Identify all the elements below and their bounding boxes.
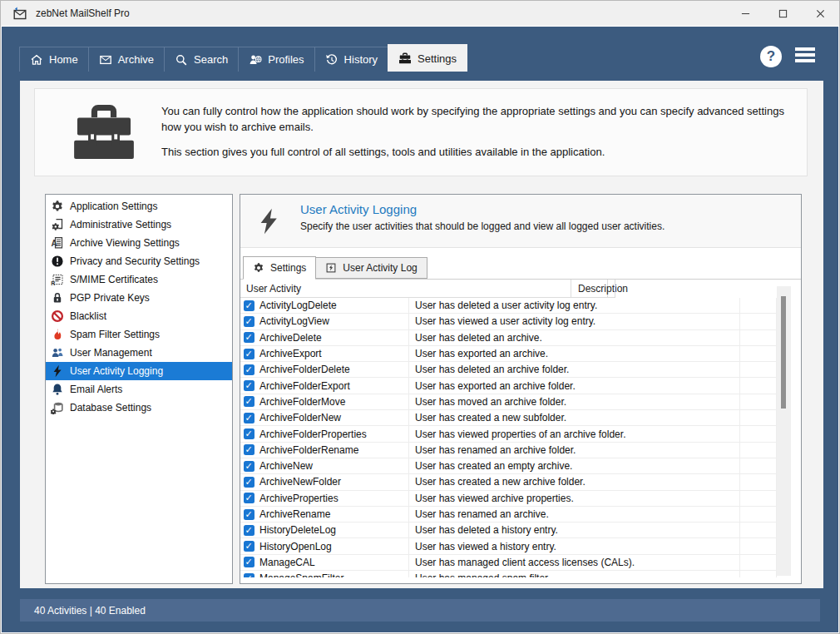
activity-checkbox[interactable] [244,364,254,375]
vertical-scrollbar[interactable] [777,286,791,576]
table-row[interactable]: ArchiveDelete User has deleted an archiv… [240,330,801,346]
intro-line-1: You can fully control how the applicatio… [161,104,790,136]
sidebar-item[interactable]: Privacy and Security Settings [46,252,232,270]
sidebar-item[interactable]: A Archive Viewing Settings [46,234,232,252]
nav-tab[interactable]: Home [19,47,89,72]
empty-cell [740,394,777,410]
table-row[interactable]: ArchiveProperties User has viewed archiv… [240,491,801,507]
sidebar-item-label: User Activity Logging [70,365,163,377]
envelope-icon [99,53,112,67]
help-button[interactable]: ? [760,46,782,67]
hamburger-menu-icon[interactable] [795,47,815,62]
maximize-button[interactable] [764,1,802,26]
sidebar-item[interactable]: R S/MIME Certificates [46,270,232,289]
toolbox-icon [398,52,412,65]
empty-cell [740,523,777,538]
sidebar-item[interactable]: User Management [46,344,232,362]
table-row[interactable]: ManageSpamFilter User has managed spam f… [240,571,801,577]
table-row[interactable]: ArchiveFolderProperties User has viewed … [240,426,801,442]
flame-icon [51,328,64,341]
activity-name: ArchiveExport [259,348,322,359]
sidebar-item[interactable]: Blacklist [46,307,232,325]
table-row[interactable]: HistoryDeleteLog User has deleted a hist… [240,523,801,538]
nav-tab[interactable]: History [314,47,388,72]
sidebar-item[interactable]: Application Settings [46,197,232,215]
sidebar-item-label: Administrative Settings [70,219,171,230]
activity-checkbox[interactable] [244,332,254,343]
sidebar-item[interactable]: PGP Private Keys [46,289,232,307]
activity-checkbox[interactable] [244,461,254,472]
description-cell: User has deleted a history entry. [409,523,740,538]
table-row[interactable]: ArchiveFolderNew User has created a new … [240,410,801,426]
table-row[interactable]: ArchiveFolderExport User has exported an… [240,378,801,394]
activity-cell: ArchiveNew [240,458,409,474]
activity-checkbox[interactable] [244,349,254,359]
nav-tab[interactable]: Profiles [238,47,314,72]
activity-name: ArchiveFolderNew [259,412,341,423]
panel-subtab[interactable]: User Activity Log [315,257,427,279]
sidebar-item[interactable]: Email Alerts [46,380,232,399]
sidebar-item[interactable]: Administrative Settings [46,215,232,234]
activity-checkbox[interactable] [244,396,254,407]
panel-subtab[interactable]: Settings [243,256,316,280]
description-cell: User has managed spam filter. [409,571,740,577]
panel-title: User Activity Logging [300,202,665,216]
activity-checkbox[interactable] [244,557,254,567]
statusbar-text: 40 Activities | 40 Enabled [34,605,146,617]
nav-tab[interactable]: Settings [388,44,467,72]
activity-checkbox[interactable] [244,300,254,311]
activity-checkbox[interactable] [244,493,254,503]
activity-checkbox[interactable] [244,380,254,391]
description-cell: User has deleted an archive. [409,330,740,346]
activity-checkbox[interactable] [244,428,254,439]
table-row[interactable]: ArchiveFolderRename User has renamed an … [240,443,801,458]
activity-checkbox[interactable] [244,413,254,423]
description-cell: User has moved an archive folder. [409,394,740,410]
panel-subtabs: Settings User Activity Log [244,255,801,279]
minimize-button[interactable] [727,1,764,26]
table-row[interactable]: ArchiveNew User has created an empty arc… [240,458,801,474]
activity-checkbox[interactable] [244,444,254,455]
empty-cell [740,298,777,314]
intro-line-2: This section gives you full control of a… [161,145,790,161]
activity-checkbox[interactable] [244,477,254,488]
sidebar-item-label: Blacklist [70,310,106,322]
admin-gears-icon [51,218,64,231]
table-row[interactable]: ArchiveRename User has renamed an archiv… [240,507,801,523]
sidebar-item-label: Privacy and Security Settings [70,255,200,267]
column-header[interactable]: Description [571,280,608,298]
description-cell: User has exported an archive. [409,346,740,362]
table-row[interactable]: ArchiveFolderMove User has moved an arch… [240,394,801,410]
column-header[interactable]: User Activity [240,280,571,298]
nav-tab[interactable]: Search [164,47,239,72]
activity-checkbox[interactable] [244,525,254,536]
table-row[interactable]: HistoryOpenLog User has viewed a history… [240,538,801,554]
activity-name: ArchiveFolderMove [259,396,345,408]
scrollbar-thumb[interactable] [781,296,786,409]
empty-cell [740,426,777,442]
activity-checkbox[interactable] [244,541,254,552]
activity-cell: ArchiveProperties [240,491,409,507]
table-row[interactable]: ActivityLogDelete User has deleted a use… [240,298,801,314]
nav-tab-label: Home [49,53,78,66]
activity-checkbox[interactable] [244,316,254,327]
sidebar-item[interactable]: User Activity Logging [46,362,232,380]
table-row[interactable]: ArchiveNewFolder User has created a new … [240,474,801,490]
activity-checkbox[interactable] [244,573,254,577]
table-row[interactable]: ManageCAL User has managed client access… [240,555,801,571]
sidebar-item-label: Email Alerts [70,384,122,395]
activity-name: ArchiveRename [259,508,330,520]
column-header[interactable] [608,280,615,298]
lightning-icon [254,200,283,243]
table-row[interactable]: ActivityLogView User has viewed a user a… [240,314,801,329]
description-cell: User has managed client access licenses … [409,555,740,571]
activity-checkbox[interactable] [244,509,254,520]
nav-tab-label: Archive [118,53,154,66]
nav-tab[interactable]: Archive [88,47,165,72]
table-row[interactable]: ArchiveExport User has exported an archi… [240,346,801,362]
sidebar-item[interactable]: Database Settings [46,399,232,417]
sidebar-item-label: User Management [70,347,152,359]
close-button[interactable] [802,1,839,26]
sidebar-item[interactable]: Spam Filter Settings [46,325,232,344]
table-row[interactable]: ArchiveFolderDelete User has deleted an … [240,362,801,378]
